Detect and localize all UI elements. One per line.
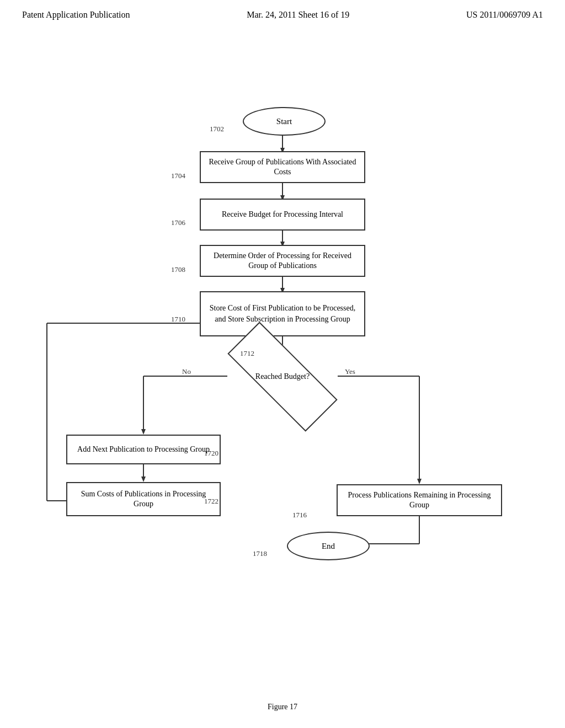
label-1720: 1720	[204, 449, 218, 458]
node-1704-label: Receive Group of Publications With Assoc…	[206, 157, 359, 177]
no-label: No	[182, 367, 191, 376]
label-1722: 1722	[204, 497, 218, 506]
figure-caption: Figure 17	[268, 703, 297, 711]
node-1716: Process Publications Remaining in Proces…	[337, 484, 502, 516]
start-label: Start	[276, 117, 292, 126]
node-1706-label: Receive Budget for Processing Interval	[222, 210, 343, 219]
svg-marker-12	[417, 479, 422, 484]
node-1710-label: Store Cost of First Publication to be Pr…	[206, 303, 359, 324]
end-label: End	[322, 542, 335, 551]
node-1712-label: Reached Budget?	[255, 372, 310, 381]
label-1712: 1712	[240, 349, 254, 358]
node-1720-label: Add Next Publication to Processing Group	[77, 445, 210, 454]
node-1716-label: Process Publications Remaining in Proces…	[343, 490, 495, 510]
page-header: Patent Application Publication Mar. 24, …	[0, 0, 565, 25]
label-1708: 1708	[171, 265, 185, 274]
label-1706: 1706	[171, 218, 185, 227]
node-1706: Receive Budget for Processing Interval	[200, 199, 365, 231]
label-1702: 1702	[210, 125, 224, 133]
node-1720: Add Next Publication to Processing Group	[66, 435, 221, 464]
label-1704: 1704	[171, 172, 185, 180]
end-node: End	[287, 532, 370, 560]
label-1716: 1716	[292, 511, 307, 520]
label-1718: 1718	[253, 549, 267, 558]
node-1708-label: Determine Order of Processing for Receiv…	[206, 251, 359, 271]
node-1704: Receive Group of Publications With Assoc…	[200, 151, 365, 183]
header-left: Patent Application Publication	[22, 10, 130, 20]
yes-label: Yes	[345, 367, 355, 376]
header-center: Mar. 24, 2011 Sheet 16 of 19	[247, 10, 349, 20]
flowchart: Start 1702 Receive Group of Publications…	[0, 25, 565, 687]
node-1710: Store Cost of First Publication to be Pr…	[200, 291, 365, 336]
node-1722: Sum Costs of Publications in Processing …	[66, 482, 221, 516]
node-1712: Reached Budget?	[227, 354, 338, 399]
svg-marker-17	[141, 477, 146, 482]
node-1708: Determine Order of Processing for Receiv…	[200, 245, 365, 277]
svg-marker-15	[141, 429, 146, 435]
header-right: US 2011/0069709 A1	[466, 10, 543, 20]
label-1710: 1710	[171, 315, 185, 324]
node-1722-label: Sum Costs of Publications in Processing …	[73, 489, 214, 509]
start-node: Start	[243, 107, 326, 136]
